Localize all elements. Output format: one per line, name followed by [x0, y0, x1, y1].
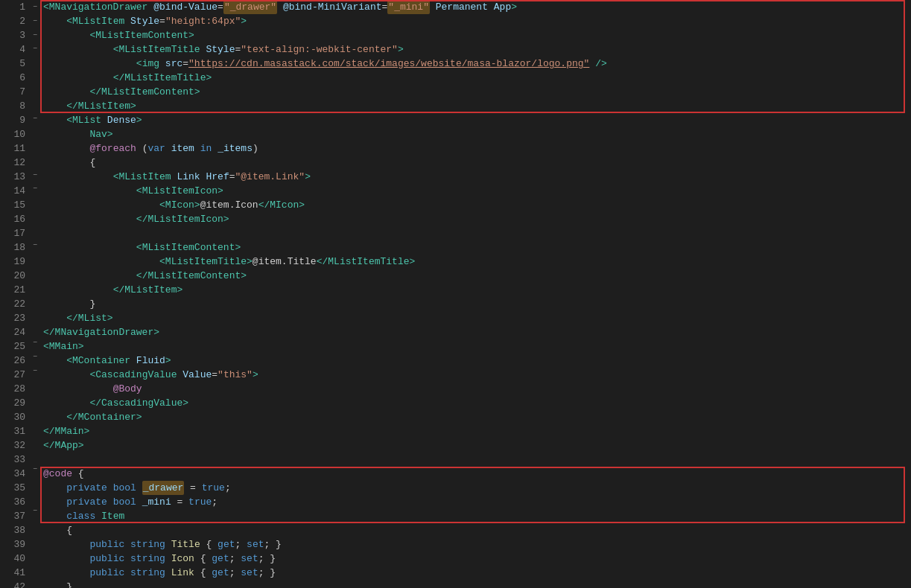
token-plain: { — [194, 566, 212, 580]
token-bool-val: true — [188, 495, 212, 509]
line-number-25: 25 — [10, 339, 25, 354]
token-plain: ; — [212, 495, 218, 509]
indent — [43, 226, 136, 240]
code-line-22: } — [43, 297, 911, 311]
indent — [43, 523, 66, 537]
token-plain — [124, 537, 130, 552]
code-line-16: </MListItemIcon> — [43, 212, 911, 226]
line-number-39: 39 — [10, 537, 25, 552]
fold-marker-4[interactable]: − — [30, 42, 40, 56]
token-tag: </MMain> — [43, 424, 89, 438]
token-at-keyword: @code — [43, 467, 72, 481]
fold-marker-13[interactable]: − — [30, 168, 40, 182]
line-number-36: 36 — [10, 495, 25, 509]
line-number-27: 27 — [10, 368, 25, 382]
token-tag: <MMain> — [43, 339, 84, 354]
code-line-18: <MListItemContent> — [43, 240, 911, 255]
fold-marker-6 — [30, 70, 40, 84]
token-tag: </MListItem> — [113, 283, 183, 297]
fold-marker-42 — [30, 574, 40, 588]
line-number-34: 34 — [10, 467, 25, 481]
token-code-keyword: get — [212, 552, 229, 566]
token-plain — [277, 0, 283, 14]
token-plain: ; } — [258, 552, 276, 566]
fold-marker-40 — [30, 546, 40, 560]
token-plain — [165, 141, 171, 156]
fold-marker-34[interactable]: − — [30, 462, 40, 476]
token-plain — [430, 0, 436, 14]
indent — [43, 127, 89, 141]
line-number-13: 13 — [10, 170, 25, 184]
token-tag: <MList — [66, 113, 107, 127]
indent — [43, 240, 136, 255]
fold-marker-18[interactable]: − — [30, 238, 40, 252]
indent — [43, 537, 89, 552]
token-variable: _items — [218, 141, 253, 156]
fold-marker-28 — [30, 378, 40, 392]
fold-marker-16 — [30, 210, 40, 224]
token-plain: { — [194, 552, 212, 566]
code-line-28: @Body — [43, 382, 911, 396]
code-line-29: </CascadingValue> — [43, 396, 911, 410]
fold-marker-3[interactable]: − — [30, 28, 40, 42]
fold-marker-41 — [30, 560, 40, 575]
code-line-4: <MListItemTitle Style="text-align:-webki… — [43, 42, 911, 57]
fold-marker-37[interactable]: − — [30, 504, 40, 518]
fold-marker-1[interactable]: − — [30, 0, 40, 14]
token-at-keyword: @foreach — [89, 141, 136, 156]
fold-marker-12 — [30, 154, 40, 168]
code-line-2: <MListItem Style="height:64px"> — [43, 14, 911, 28]
token-code-keyword: get — [218, 537, 235, 552]
token-code-keyword: public — [89, 537, 124, 552]
token-tag: </MApp> — [43, 438, 84, 453]
fold-marker-11 — [30, 140, 40, 154]
indent — [43, 481, 66, 495]
fold-marker-26[interactable]: − — [30, 350, 40, 364]
fold-marker-19 — [30, 252, 40, 266]
code-line-8: </MListItem> — [43, 99, 911, 113]
fold-marker-25[interactable]: − — [30, 336, 40, 351]
code-line-36: private bool _mini = true; — [43, 495, 911, 509]
line-number-41: 41 — [10, 566, 25, 580]
token-attr-value-highlight: "_drawer" — [223, 0, 277, 14]
indent — [43, 269, 136, 283]
line-number-23: 23 — [10, 311, 25, 325]
code-line-40: public string Icon { get; set; } — [43, 552, 911, 566]
line-number-12: 12 — [10, 156, 25, 170]
token-plain: @item.Icon — [200, 198, 258, 212]
token-tag: <img — [136, 57, 165, 71]
line-number-8: 8 — [10, 99, 25, 113]
token-plain: = — [382, 0, 388, 14]
fold-marker-29 — [30, 392, 40, 406]
fold-gutter[interactable]: −−−−−−−−−−−−− — [30, 0, 40, 588]
fold-marker-14[interactable]: − — [30, 182, 40, 196]
token-plain: { — [200, 537, 218, 552]
line-number-16: 16 — [10, 212, 25, 226]
token-plain: { — [89, 156, 95, 170]
token-plain — [488, 0, 494, 14]
fold-marker-9[interactable]: − — [30, 112, 40, 127]
token-plain: = — [159, 14, 165, 28]
token-at-keyword: @Body — [113, 382, 142, 396]
code-line-11: @foreach (var item in _items) — [43, 141, 911, 156]
line-number-26: 26 — [10, 354, 25, 368]
line-number-31: 31 — [10, 424, 25, 438]
code-line-7: </MListItemContent> — [43, 85, 911, 99]
token-code-keyword: bool — [113, 495, 136, 509]
fold-marker-27[interactable]: − — [30, 364, 40, 378]
code-line-41: public string Link { get; set; } — [43, 566, 911, 580]
token-plain: = — [229, 170, 235, 184]
token-code-keyword: set — [247, 537, 264, 552]
fold-marker-23 — [30, 308, 40, 322]
indent — [43, 42, 113, 57]
code-line-31: </MMain> — [43, 424, 911, 438]
code-line-20: </MListItemContent> — [43, 269, 911, 283]
fold-marker-2[interactable]: − — [30, 14, 40, 28]
token-tag: <MListItemTitle — [113, 42, 206, 57]
token-plain: @item.Title — [253, 255, 317, 269]
token-variable: item — [171, 141, 194, 156]
indent — [43, 495, 66, 509]
line-number-29: 29 — [10, 396, 25, 410]
token-tag: </MIcon> — [258, 198, 305, 212]
line-number-4: 4 — [10, 42, 25, 57]
